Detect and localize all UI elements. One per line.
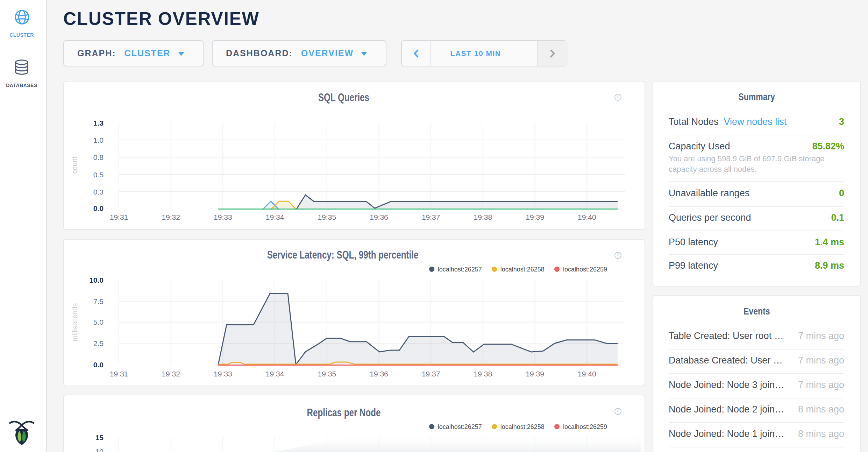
svg-text:0.0: 0.0	[93, 204, 104, 212]
svg-text:10: 10	[95, 447, 104, 452]
svg-text:0.8: 0.8	[93, 153, 104, 161]
svg-text:2.5: 2.5	[93, 339, 104, 347]
svg-text:19:37: 19:37	[422, 370, 440, 378]
svg-text:19:34: 19:34	[266, 370, 284, 378]
svg-text:1.3: 1.3	[93, 119, 104, 127]
svg-text:7.5: 7.5	[93, 297, 104, 305]
svg-text:0.5: 0.5	[93, 171, 104, 179]
svg-text:0.3: 0.3	[93, 188, 104, 196]
svg-text:19:32: 19:32	[162, 213, 180, 221]
svg-text:19:37: 19:37	[422, 213, 440, 221]
svg-text:19:35: 19:35	[318, 213, 336, 221]
svg-text:1.0: 1.0	[93, 136, 104, 144]
svg-text:19:38: 19:38	[474, 213, 492, 221]
svg-text:19:40: 19:40	[578, 213, 596, 221]
svg-text:5.0: 5.0	[93, 318, 104, 326]
svg-text:19:33: 19:33	[214, 370, 232, 378]
svg-text:milliseconds: milliseconds	[71, 303, 79, 341]
svg-text:19:34: 19:34	[266, 213, 284, 221]
svg-text:19:36: 19:36	[370, 370, 388, 378]
svg-text:19:38: 19:38	[474, 370, 492, 378]
svg-text:10.0: 10.0	[89, 276, 104, 284]
svg-text:0.0: 0.0	[93, 361, 104, 369]
svg-text:15: 15	[95, 433, 104, 442]
svg-text:19:39: 19:39	[526, 370, 544, 378]
svg-text:19:31: 19:31	[110, 370, 128, 378]
svg-text:19:36: 19:36	[370, 213, 388, 221]
svg-text:19:40: 19:40	[578, 370, 596, 378]
svg-text:19:32: 19:32	[162, 370, 180, 378]
svg-text:19:35: 19:35	[318, 370, 336, 378]
svg-text:19:33: 19:33	[214, 213, 232, 221]
svg-text:count: count	[71, 156, 78, 174]
svg-text:19:39: 19:39	[526, 213, 544, 221]
svg-text:19:31: 19:31	[110, 213, 128, 221]
